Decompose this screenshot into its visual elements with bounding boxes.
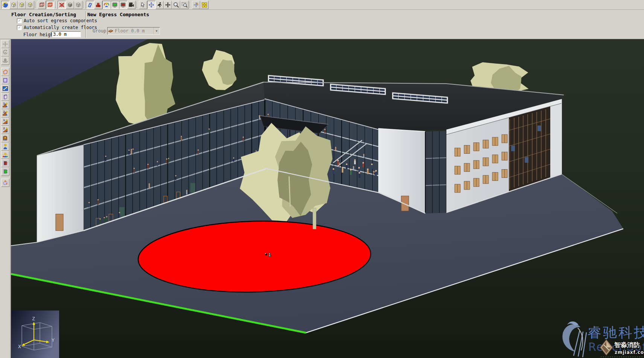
transform-polygon-tool-button[interactable] [1, 179, 9, 187]
occupant-group-tool-button[interactable] [1, 151, 9, 159]
wireframe-cube-icon [40, 3, 44, 6]
pan-view-button [1, 40, 9, 48]
stair-one-way-tool-icon: 1 [3, 102, 7, 107]
ramp-one-way-tool-icon: 1 [3, 119, 7, 124]
ramp-one-way-tool-button[interactable]: 1 [1, 118, 9, 126]
red-boxes-icon [96, 3, 100, 7]
pan-tool-icon [165, 2, 171, 8]
scene-canvas[interactable]: 1 Z X Y [11, 39, 644, 358]
ramp-two-way-tool-icon: 2 [3, 127, 7, 132]
glass-pane-button[interactable] [86, 1, 94, 9]
occupant-count-label: 1 [268, 252, 271, 257]
select-cursor-button[interactable] [139, 1, 147, 9]
show-occupants-button[interactable] [102, 1, 111, 9]
polygon-tool-icon [3, 70, 8, 74]
ramp-two-way-tool-button[interactable]: 2 [1, 126, 9, 134]
stair-two-way-tool-button[interactable]: 2 [1, 109, 9, 118]
polygon-tool-button[interactable] [1, 68, 9, 76]
wireframe-cube-button[interactable] [38, 1, 46, 9]
group-dropdown[interactable]: Floor 0.0 m ▼ [107, 27, 160, 35]
monitor-green-button[interactable] [111, 1, 119, 9]
zoom-tool-button[interactable] [172, 1, 180, 9]
new-egress-title: New Egress Components [87, 12, 149, 17]
red-boxes-button[interactable] [94, 1, 102, 9]
gable-door [56, 214, 63, 231]
svg-text:2: 2 [3, 110, 5, 113]
3d-viewport[interactable]: 1 Z X Y [11, 39, 644, 358]
axis-gizmo: Z X Y [11, 311, 59, 358]
nav-sphere-icon [3, 2, 8, 7]
rectangle-tool-icon [3, 78, 7, 82]
grid-toggle-button[interactable] [200, 1, 209, 9]
slab-edit-tool-button[interactable] [1, 84, 9, 93]
solid-cube-button[interactable] [66, 1, 74, 9]
occupant-tool-button[interactable] [1, 142, 9, 151]
main-toolbar [0, 0, 644, 10]
hide-object-button[interactable] [58, 1, 66, 9]
toolbar-separator [2, 176, 9, 179]
svg-text:1: 1 [3, 119, 5, 122]
doorway-tool-button[interactable] [1, 134, 9, 142]
pan-view-icon [3, 41, 8, 47]
check-icon: ✓ [18, 25, 21, 29]
group-value: Floor 0.0 m [115, 28, 153, 34]
hide-object-icon [60, 3, 64, 7]
orbit-tool-button[interactable] [147, 1, 155, 9]
toolbar-separator [34, 1, 38, 9]
view-cube-top-icon [28, 3, 32, 7]
show-occupants-icon [104, 3, 109, 7]
monitor-red-button[interactable] [119, 1, 127, 9]
pan-tool-button[interactable] [164, 1, 172, 9]
snap-point-button[interactable] [192, 1, 200, 9]
view-cube-top-button[interactable] [26, 1, 34, 9]
orbit-tool-icon [149, 2, 154, 7]
checkbox-box[interactable]: ✓ [17, 25, 22, 30]
check-icon: ✓ [18, 18, 21, 23]
zoom-box-tool-icon [182, 2, 187, 7]
monitor-green-icon [113, 3, 117, 7]
walk-tool-button[interactable] [155, 1, 164, 9]
toolbar-separator [54, 1, 58, 9]
watermark-brand-cn: 睿驰科技 [588, 324, 644, 341]
orbit-view-button [1, 57, 9, 65]
select-cursor-icon [141, 2, 144, 7]
floor-creation-title: Floor Creation/Sorting [11, 12, 76, 17]
watermark-badge-url: zmjiaxf.com [615, 350, 644, 355]
toolbar-separator [135, 1, 139, 9]
camera-icon [129, 2, 134, 6]
wireframe-cube-active-icon [48, 3, 52, 6]
stair-two-way-tool-icon: 2 [3, 110, 7, 115]
axis-y-label: Y [52, 337, 55, 343]
floor-height-input[interactable] [52, 31, 81, 37]
rotate-view-icon [3, 50, 8, 54]
snap-point-icon [194, 2, 199, 7]
chevron-down-icon[interactable]: ▼ [153, 28, 160, 34]
exit-door-tool-button[interactable] [1, 167, 9, 176]
occupant-tool-icon [3, 144, 6, 149]
occupant-group-tool-icon [3, 153, 8, 157]
view-cube-front-button[interactable] [9, 1, 18, 9]
camera-button[interactable] [127, 1, 135, 9]
grid-toggle-icon [202, 2, 207, 7]
view-cube-side-icon [20, 3, 24, 7]
monitor-red-icon [121, 3, 125, 7]
stair-one-way-tool-button[interactable]: 1 [1, 101, 9, 109]
svg-text:1: 1 [3, 102, 5, 105]
ghost-cube-button[interactable] [74, 1, 82, 9]
axis-z-label: Z [32, 316, 35, 321]
nav-sphere-button[interactable] [1, 1, 9, 9]
wall-tool-button[interactable] [1, 93, 9, 101]
view-cube-front-icon [12, 3, 15, 7]
door-tool-icon [3, 161, 8, 165]
doorway-tool-icon [3, 136, 7, 141]
group-label: Group: [93, 28, 109, 34]
door-tool-button[interactable] [1, 159, 9, 167]
orbit-view-icon [3, 58, 8, 63]
zoom-box-tool-button[interactable] [180, 1, 189, 9]
wireframe-cube-active-button[interactable] [46, 1, 54, 9]
view-cube-side-button[interactable] [18, 1, 26, 9]
checkbox-box[interactable]: ✓ [17, 18, 22, 23]
glass-pane-icon [88, 3, 92, 7]
wall-tool-icon [4, 95, 7, 99]
rectangle-tool-button[interactable] [1, 76, 9, 84]
